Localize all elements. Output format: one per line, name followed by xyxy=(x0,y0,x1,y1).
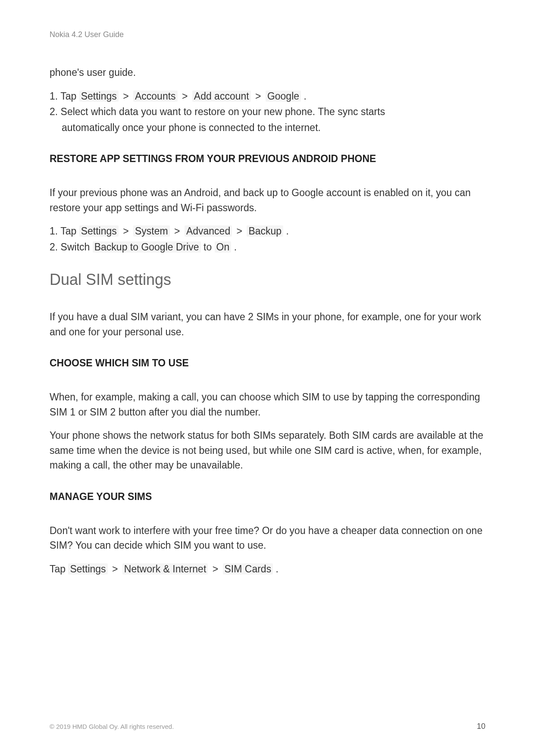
ui-label-google: Google xyxy=(266,91,301,102)
separator: > xyxy=(251,91,266,102)
separator: > xyxy=(119,225,133,237)
list2-item2-suffix: . xyxy=(231,241,237,253)
list2-item1: 1. Tap Settings > System > Advanced > Ba… xyxy=(50,224,485,239)
para-dual-sim: If you have a dual SIM variant, you can … xyxy=(50,309,485,339)
list1-item1-prefix: 1. Tap xyxy=(50,91,79,102)
list1-item2-line2: automatically once your phone is connect… xyxy=(50,120,485,135)
separator: > xyxy=(108,563,122,575)
page-footer: © 2019 HMD Global Oy. All rights reserve… xyxy=(50,722,485,731)
heading-choose-sim: CHOOSE WHICH SIM TO USE xyxy=(50,357,485,369)
ui-label-backup: Backup xyxy=(247,225,283,237)
list2-item2-prefix: 2. Switch xyxy=(50,241,93,253)
separator: > xyxy=(178,91,192,102)
separator: > xyxy=(232,225,247,237)
footer-page-number: 10 xyxy=(477,722,485,731)
list1-item1: 1. Tap Settings > Accounts > Add account… xyxy=(50,89,485,104)
footer-copyright: © 2019 HMD Global Oy. All rights reserve… xyxy=(50,723,174,730)
separator: > xyxy=(119,91,133,102)
para6-prefix: Tap xyxy=(50,563,68,575)
ui-label-system: System xyxy=(133,225,170,237)
list2-item2-to: to xyxy=(201,241,215,253)
document-header: Nokia 4.2 User Guide xyxy=(50,30,485,39)
heading-manage-sims: MANAGE YOUR SIMS xyxy=(50,491,485,503)
list2-item1-prefix: 1. Tap xyxy=(50,225,79,237)
ui-label-network-internet: Network & Internet xyxy=(122,563,208,575)
ui-label-settings: Settings xyxy=(79,225,119,237)
para-restore-app: If your previous phone was an Android, a… xyxy=(50,185,485,215)
ui-label-on: On xyxy=(215,241,232,253)
ui-label-sim-cards: SIM Cards xyxy=(223,563,273,575)
para-choose-sim-1: When, for example, making a call, you ca… xyxy=(50,390,485,419)
heading-dual-sim: Dual SIM settings xyxy=(50,271,485,289)
ui-label-settings: Settings xyxy=(68,563,107,575)
heading-restore-app-settings: RESTORE APP SETTINGS FROM YOUR PREVIOUS … xyxy=(50,153,485,165)
ui-label-backup-drive: Backup to Google Drive xyxy=(93,241,201,253)
list1-item1-suffix: . xyxy=(301,91,307,102)
para6-suffix: . xyxy=(273,563,278,575)
ui-label-add-account: Add account xyxy=(192,91,251,102)
ui-label-settings: Settings xyxy=(79,91,119,102)
intro-text: phone's user guide. xyxy=(50,65,485,80)
para-choose-sim-2: Your phone shows the network status for … xyxy=(50,428,485,473)
ui-label-advanced: Advanced xyxy=(185,225,232,237)
list2-item1-suffix: . xyxy=(283,225,289,237)
list1-item2-line1: 2. Select which data you want to restore… xyxy=(50,104,485,119)
para-tap-settings: Tap Settings > Network & Internet > SIM … xyxy=(50,562,485,577)
separator: > xyxy=(170,225,185,237)
para-manage-sims: Don't want work to interfere with your f… xyxy=(50,523,485,553)
ui-label-accounts: Accounts xyxy=(133,91,178,102)
list2-item2: 2. Switch Backup to Google Drive to On . xyxy=(50,240,485,255)
separator: > xyxy=(208,563,222,575)
